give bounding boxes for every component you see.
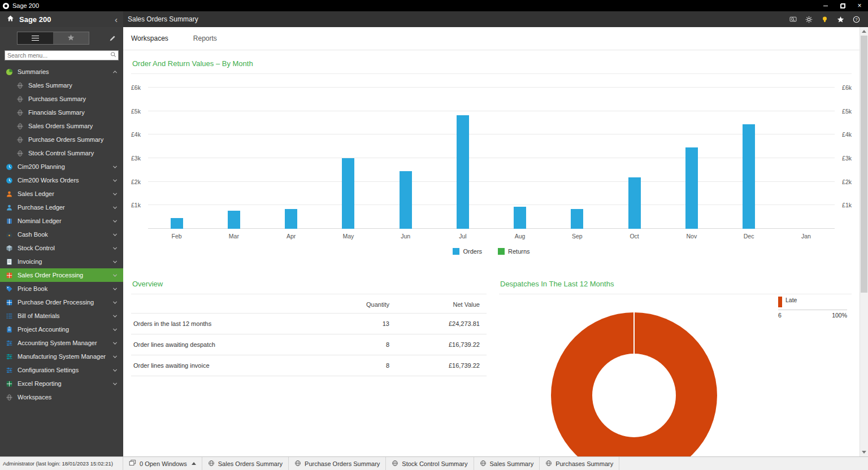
open-windows-button[interactable]: 0 Open Windows — [123, 457, 202, 470]
y-axis-tick: £1k — [131, 202, 146, 208]
close-button[interactable]: × — [851, 0, 868, 11]
globe-icon — [208, 460, 215, 468]
overview-col-quantity: Quantity — [334, 294, 396, 314]
x-axis-label: Aug — [492, 233, 549, 240]
y-axis-tick: £5k — [131, 108, 146, 115]
sidebar-item-label: Summaries — [18, 68, 107, 75]
sidebar-item-label: Project Accounting — [18, 326, 107, 333]
sidebar-item-purchase-orders-summary[interactable]: Purchase Orders Summary — [0, 133, 123, 146]
sidebar-item-purchase-order-processing[interactable]: Purchase Order Processing — [0, 295, 123, 309]
sidebar-item-cash-book[interactable]: Cash Book — [0, 228, 123, 241]
status-bar: Administrator (last login: 18/01/2023 15… — [0, 456, 868, 470]
orders-swatch-icon — [453, 248, 459, 255]
sidebar-item-label: Accounting System Manager — [18, 340, 107, 346]
view-settings-icon[interactable] — [789, 16, 797, 23]
sidebar-item-sales-order-processing[interactable]: Sales Order Processing — [0, 268, 123, 282]
chevron-down-icon — [112, 191, 118, 197]
chevron-down-icon — [112, 313, 118, 319]
sidebar-item-price-book[interactable]: Price Book — [0, 282, 123, 295]
sidebar-item-purchases-summary[interactable]: Purchases Summary — [0, 92, 123, 106]
tab-workspaces[interactable]: Workspaces — [131, 34, 168, 42]
scroll-up-button[interactable] — [860, 27, 868, 36]
sidebar-item-purchase-ledger[interactable]: Purchase Ledger — [0, 201, 123, 214]
late-percent: 100% — [832, 312, 847, 319]
sidebar-item-bill-of-materials[interactable]: Bill of Materials — [0, 309, 123, 323]
legend-item-orders: Orders — [453, 248, 482, 255]
chevron-down-icon — [112, 218, 118, 224]
sidebar-item-nominal-ledger[interactable]: Nominal Ledger — [0, 214, 123, 228]
lightbulb-icon[interactable] — [821, 16, 828, 23]
settings-gear-icon[interactable] — [805, 16, 813, 23]
sidebar-item-invoicing[interactable]: Invoicing — [0, 255, 123, 268]
status-tab-sales-orders-summary[interactable]: Sales Orders Summary — [202, 457, 289, 470]
sidebar-item-sales-ledger[interactable]: Sales Ledger — [0, 187, 123, 201]
scroll-down-button[interactable] — [860, 448, 868, 456]
sidebar-item-label: Sales Ledger — [18, 190, 107, 197]
sidebar-item-accounting-system-manager[interactable]: Accounting System Manager — [0, 336, 123, 350]
sidebar-collapse-button[interactable]: ‹ — [115, 15, 118, 24]
sidebar-item-cim200-planning[interactable]: Cim200 Planning — [0, 160, 123, 173]
status-tab-stock-control-summary[interactable]: Stock Control Summary — [386, 457, 474, 470]
sidebar-item-excel-reporting[interactable]: Excel Reporting — [0, 377, 123, 390]
menu-view-toggle — [17, 32, 89, 45]
excel-grid-icon — [6, 380, 13, 388]
chevron-down-icon — [112, 164, 118, 170]
sidebar-item-stock-control[interactable]: Stock Control — [0, 241, 123, 255]
window-title: Sage 200 — [12, 2, 39, 9]
sidebar-item-financials-summary[interactable]: Financials Summary — [0, 106, 123, 119]
y-axis-tick: £3k — [131, 155, 146, 162]
status-tab-sales-summary[interactable]: Sales Summary — [474, 457, 540, 470]
menu-list-toggle-button[interactable] — [18, 32, 53, 44]
home-icon — [7, 14, 14, 24]
chevron-down-icon — [112, 259, 118, 265]
sidebar-item-cim200-works-orders[interactable]: Cim200 Works Orders — [0, 173, 123, 187]
globe-icon — [392, 460, 398, 468]
sidebar-item-configuration-settings[interactable]: Configuration Settings — [0, 363, 123, 377]
x-axis-label: Jun — [377, 233, 434, 240]
sidebar-item-stock-control-summary[interactable]: Stock Control Summary — [0, 146, 123, 160]
scrollbar-thumb[interactable] — [861, 36, 867, 293]
sidebar-item-label: Stock Control Summary — [28, 150, 107, 156]
sidebar-item-label: Purchases Summary — [28, 95, 107, 102]
sage-logo-icon — [3, 3, 9, 9]
chart-section-title: Order And Return Values – By Month — [131, 50, 852, 74]
purchase-order-grid-icon — [6, 299, 13, 306]
late-count: 6 — [778, 312, 782, 319]
favorites-toggle-button[interactable] — [53, 32, 89, 44]
sidebar-item-label: Bill of Materials — [18, 312, 107, 319]
restore-button[interactable] — [834, 0, 851, 11]
returns-swatch-icon — [498, 248, 505, 255]
tab-reports[interactable]: Reports — [193, 34, 217, 42]
help-icon[interactable]: ? — [853, 16, 860, 23]
x-axis-label: Feb — [148, 233, 205, 240]
gridline — [148, 134, 835, 134]
sidebar-item-label: Invoicing — [18, 258, 107, 265]
minimize-button[interactable] — [817, 0, 834, 11]
overview-cell: 8 — [334, 334, 396, 355]
sidebar-item-sales-summary[interactable]: Sales Summary — [0, 79, 123, 92]
status-tab-label: Purchase Orders Summary — [305, 460, 380, 467]
bar-orders-sep — [571, 209, 583, 229]
vertical-scrollbar — [860, 27, 868, 456]
sidebar-item-label: Cash Book — [18, 231, 107, 238]
edit-pencil-button[interactable] — [109, 34, 116, 42]
sidebar-item-manufacturing-system-manager[interactable]: Manufacturing System Manager — [0, 350, 123, 363]
favorites-star-icon[interactable] — [837, 16, 844, 23]
x-axis-label: Oct — [606, 233, 663, 240]
sales-order-grid-icon — [6, 272, 13, 279]
status-tab-purchases-summary[interactable]: Purchases Summary — [540, 457, 619, 470]
status-tab-purchase-orders-summary[interactable]: Purchase Orders Summary — [289, 457, 386, 470]
search-input[interactable] — [5, 50, 119, 60]
overview-cell: 8 — [334, 355, 396, 376]
sliders-icon — [6, 353, 13, 360]
sidebar-item-summaries[interactable]: Summaries — [0, 65, 123, 79]
sidebar-item-workspaces[interactable]: Workspaces — [0, 390, 123, 404]
chevron-down-icon — [112, 381, 118, 387]
sidebar-header: Sage 200 ‹ — [0, 11, 123, 27]
sidebar-menu: SummariesSales SummaryPurchases SummaryF… — [0, 65, 123, 456]
sidebar-item-project-accounting[interactable]: Project Accounting — [0, 323, 123, 336]
sidebar-item-sales-orders-summary[interactable]: Sales Orders Summary — [0, 119, 123, 133]
caret-up-icon — [192, 462, 196, 465]
x-axis-label: Dec — [721, 233, 778, 240]
window-controls: × — [817, 0, 868, 11]
